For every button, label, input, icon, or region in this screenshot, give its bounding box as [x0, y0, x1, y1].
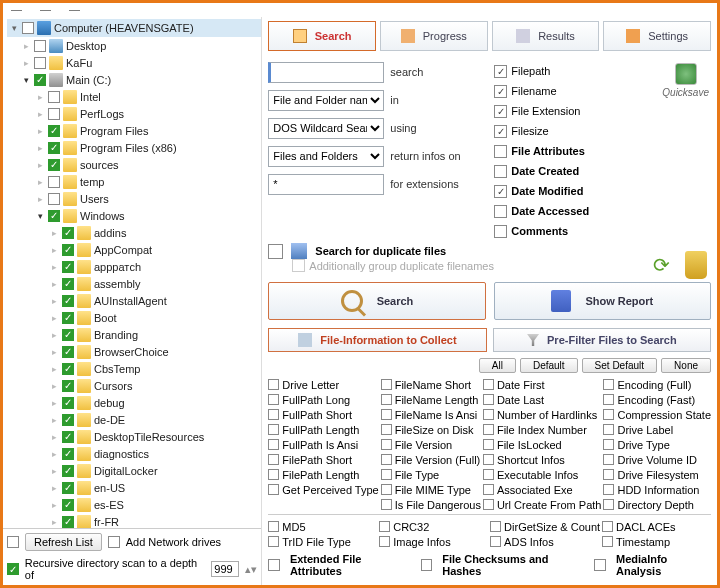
tree-checkbox[interactable]: ✓ [62, 380, 74, 392]
tree-checkbox[interactable]: ✓ [62, 244, 74, 256]
tree-toggle[interactable]: ▸ [35, 109, 45, 119]
tree-checkbox[interactable]: ✓ [48, 159, 60, 171]
tree-toggle[interactable]: ▸ [49, 330, 59, 340]
checksums-checkbox[interactable] [421, 559, 433, 571]
show-report-button[interactable]: Show Report [494, 282, 711, 320]
tree-checkbox[interactable]: ✓ [62, 278, 74, 290]
tree-checkbox[interactable]: ✓ [62, 227, 74, 239]
tree-toggle[interactable]: ▸ [49, 517, 59, 527]
filesize-checkbox[interactable] [494, 125, 507, 138]
tree-checkbox[interactable] [48, 91, 60, 103]
attr-checkbox[interactable] [381, 454, 392, 465]
tree-label[interactable]: Branding [94, 329, 138, 341]
attr-checkbox[interactable] [268, 536, 279, 547]
tree-checkbox[interactable]: ✓ [62, 346, 74, 358]
tree-checkbox[interactable]: ✓ [48, 210, 60, 222]
tree-toggle[interactable]: ▸ [49, 245, 59, 255]
preset-none[interactable]: None [661, 358, 711, 373]
group-dup-checkbox[interactable] [292, 259, 305, 272]
mediainfo-checkbox[interactable] [594, 559, 606, 571]
tree-label[interactable]: fr-FR [94, 516, 119, 528]
tree-label[interactable]: Cursors [94, 380, 133, 392]
tree-toggle[interactable]: ▸ [49, 313, 59, 323]
preset-all[interactable]: All [479, 358, 516, 373]
refresh-icon[interactable]: ⟳ [653, 253, 675, 275]
tree-label[interactable]: Program Files [80, 125, 148, 137]
attr-checkbox[interactable] [268, 439, 279, 450]
attr-checkbox[interactable] [483, 469, 494, 480]
ext-attr-checkbox[interactable] [268, 559, 280, 571]
tree-checkbox[interactable]: ✓ [62, 414, 74, 426]
tree-checkbox[interactable]: ✓ [34, 74, 46, 86]
tree-label[interactable]: PerfLogs [80, 108, 124, 120]
tree-checkbox[interactable] [34, 57, 46, 69]
tree-toggle[interactable]: ▸ [35, 126, 45, 136]
attr-checkbox[interactable] [268, 394, 279, 405]
globe-icon[interactable] [675, 63, 697, 85]
tree-toggle[interactable]: ▸ [35, 177, 45, 187]
tree-label[interactable]: Computer (HEAVENSGATE) [54, 22, 194, 34]
refresh-checkbox[interactable] [7, 536, 19, 548]
attr-checkbox[interactable] [381, 394, 392, 405]
tree-checkbox[interactable]: ✓ [48, 142, 60, 154]
attr-checkbox[interactable] [268, 424, 279, 435]
attr-checkbox[interactable] [602, 536, 613, 547]
datecr-checkbox[interactable] [494, 165, 507, 178]
tree-label[interactable]: Desktop [66, 40, 106, 52]
attr-checkbox[interactable] [483, 394, 494, 405]
attr-checkbox[interactable] [268, 469, 279, 480]
tab-progress[interactable]: Progress [380, 21, 488, 51]
fileext-checkbox[interactable] [494, 105, 507, 118]
attr-checkbox[interactable] [603, 499, 614, 510]
attr-checkbox[interactable] [268, 454, 279, 465]
tab-results[interactable]: Results [492, 21, 600, 51]
attr-checkbox[interactable] [379, 536, 390, 547]
tree-toggle[interactable]: ▸ [49, 449, 59, 459]
duplicate-checkbox[interactable] [268, 244, 283, 259]
in-select[interactable]: File and Folder names [268, 90, 384, 111]
tree-checkbox[interactable]: ✓ [62, 295, 74, 307]
tree-toggle[interactable]: ▸ [49, 262, 59, 272]
return-select[interactable]: Files and Folders [268, 146, 384, 167]
attr-checkbox[interactable] [381, 379, 392, 390]
search-button[interactable]: Search [268, 282, 485, 320]
tree-label[interactable]: sources [80, 159, 119, 171]
tree-toggle[interactable]: ▸ [49, 347, 59, 357]
tree-checkbox[interactable]: ✓ [62, 431, 74, 443]
extensions-input[interactable] [268, 174, 384, 195]
file-info-tab[interactable]: File-Information to Collect [268, 328, 486, 352]
tree-toggle[interactable]: ▸ [21, 41, 31, 51]
tree-label[interactable]: DesktopTileResources [94, 431, 204, 443]
attr-checkbox[interactable] [602, 521, 613, 532]
attr-checkbox[interactable] [603, 454, 614, 465]
tree-label[interactable]: AUInstallAgent [94, 295, 167, 307]
pre-filter-tab[interactable]: Pre-Filter Files to Search [493, 328, 711, 352]
tree-label[interactable]: addins [94, 227, 126, 239]
tree-checkbox[interactable] [48, 176, 60, 188]
attr-checkbox[interactable] [483, 424, 494, 435]
tree-label[interactable]: de-DE [94, 414, 125, 426]
tree-label[interactable]: en-US [94, 482, 125, 494]
attr-checkbox[interactable] [483, 484, 494, 495]
folder-tree[interactable]: ▾Computer (HEAVENSGATE)▸Desktop▸KaFu▾✓Ma… [3, 17, 261, 528]
preset-default[interactable]: Default [520, 358, 578, 373]
tree-label[interactable]: diagnostics [94, 448, 149, 460]
tree-checkbox[interactable]: ✓ [62, 448, 74, 460]
tree-toggle[interactable]: ▸ [35, 143, 45, 153]
tree-toggle[interactable]: ▸ [49, 398, 59, 408]
tree-label[interactable]: Main (C:) [66, 74, 111, 86]
filepath-checkbox[interactable] [494, 65, 507, 78]
tree-checkbox[interactable]: ✓ [62, 465, 74, 477]
tree-checkbox[interactable]: ✓ [62, 312, 74, 324]
tree-checkbox[interactable]: ✓ [62, 261, 74, 273]
tree-toggle[interactable]: ▸ [21, 58, 31, 68]
attr-checkbox[interactable] [379, 521, 390, 532]
dateacc-checkbox[interactable] [494, 205, 507, 218]
tree-label[interactable]: DigitalLocker [94, 465, 158, 477]
tab-search[interactable]: Search [268, 21, 376, 51]
refresh-list-button[interactable]: Refresh List [25, 533, 102, 551]
search-input[interactable] [268, 62, 384, 83]
attr-checkbox[interactable] [603, 394, 614, 405]
tree-toggle[interactable]: ▾ [9, 23, 19, 33]
tree-toggle[interactable]: ▸ [49, 279, 59, 289]
